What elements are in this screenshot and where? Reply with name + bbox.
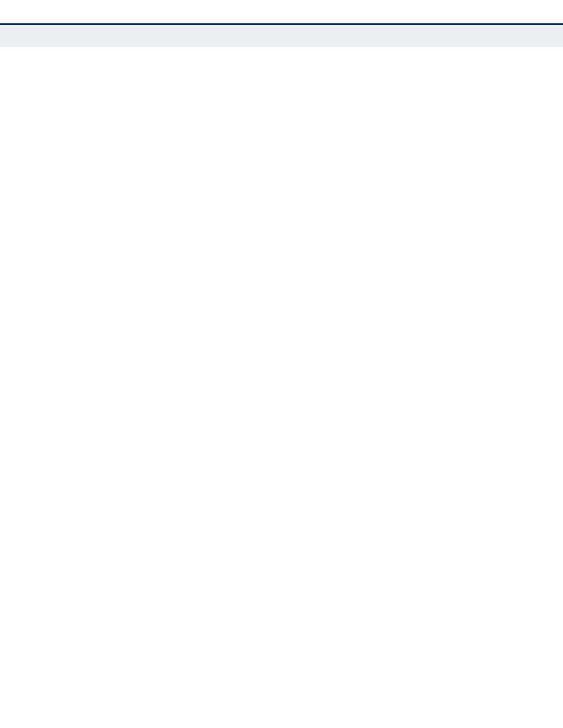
header-band [0,25,563,47]
